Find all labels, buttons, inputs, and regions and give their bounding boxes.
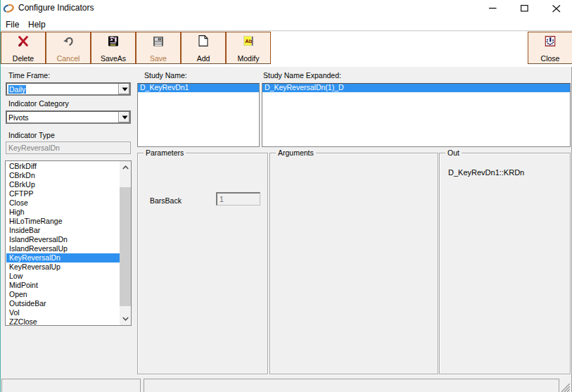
svg-text:Ab: Ab [245, 38, 253, 44]
